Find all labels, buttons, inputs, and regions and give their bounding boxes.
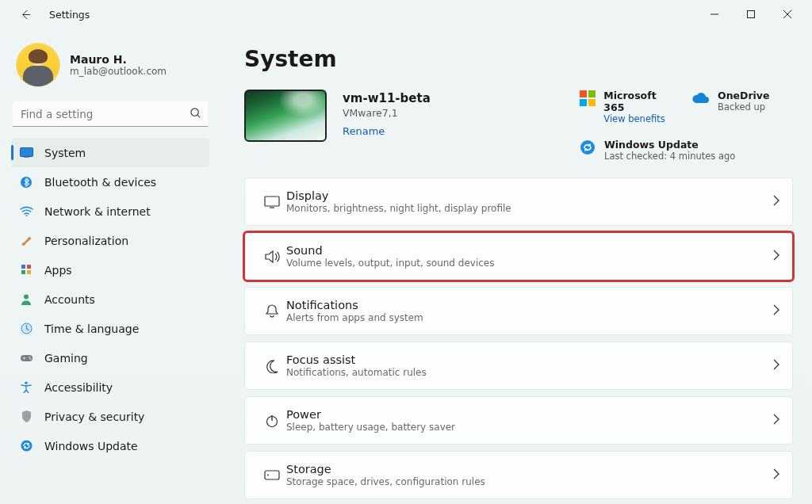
bluetooth-icon [19,175,33,189]
card-sub: Monitors, brightness, night light, displ… [286,203,772,214]
power-icon [258,414,286,428]
nav-label: Accounts [44,293,95,306]
storage-icon [258,470,286,480]
card-sub: Volume levels, output, input, sound devi… [286,258,772,269]
nav-label: Windows Update [44,440,138,452]
promo-block: Microsoft 365View benefits OneDriveBacke… [579,90,793,162]
nav-label: Network & internet [44,205,151,218]
nav-item-privacy[interactable]: Privacy & security [11,402,209,431]
svg-rect-9 [27,270,31,274]
brush-icon [19,234,33,248]
rename-link[interactable]: Rename [343,125,563,137]
card-sound[interactable]: SoundVolume levels, output, input, sound… [244,232,793,281]
card-storage[interactable]: StorageStorage space, drives, configurat… [244,451,793,499]
nav-item-time-language[interactable]: Time & language [11,314,209,343]
device-info-row: vm-w11-beta VMware7,1 Rename Microsoft 3… [244,90,793,162]
window-title: Settings [49,9,90,21]
nav-item-apps[interactable]: Apps [11,255,209,284]
search-input[interactable] [13,101,208,127]
search-icon [190,107,201,122]
card-focus-assist[interactable]: Focus assistNotifications, automatic rul… [244,342,793,390]
promo-m365[interactable]: Microsoft 365View benefits [579,90,678,124]
clock-globe-icon [19,322,33,336]
card-title: Notifications [286,299,772,311]
settings-cards: DisplayMonitors, brightness, night light… [244,178,793,499]
nav-item-windows-update[interactable]: Windows Update [11,431,209,460]
nav-item-bluetooth[interactable]: Bluetooth & devices [11,167,209,197]
minimize-button[interactable] [696,2,733,27]
update-icon [19,439,33,453]
card-title: Storage [286,463,772,475]
nav-item-accounts[interactable]: Accounts [11,284,209,314]
chevron-right-icon [772,249,779,264]
nav-item-accessibility[interactable]: Accessibility [11,372,209,402]
avatar [16,43,60,87]
promo-title: Microsoft 365 [603,90,678,113]
nav-label: Privacy & security [44,410,144,423]
sidebar: Mauro H. m_lab@outlook.com System Blueto… [0,29,220,504]
chevron-right-icon [772,358,779,373]
svg-rect-12 [21,355,33,361]
chevron-right-icon [772,194,779,209]
wifi-icon [19,204,33,219]
card-display[interactable]: DisplayMonitors, brightness, night light… [244,178,793,226]
card-notifications[interactable]: NotificationsAlerts from apps and system [244,287,793,335]
promo-sub: Last checked: 4 minutes ago [604,151,735,162]
profile-block[interactable]: Mauro H. m_lab@outlook.com [11,38,209,100]
svg-point-15 [25,381,28,384]
close-button[interactable] [769,2,806,27]
microsoft-logo-icon [579,90,596,107]
card-sub: Storage space, drives, configuration rul… [286,476,772,487]
nav-item-gaming[interactable]: Gaming [11,343,209,372]
card-power[interactable]: PowerSleep, battery usage, battery saver [244,396,793,445]
chevron-right-icon [772,413,779,428]
main-content: System vm-w11-beta VMware7,1 Rename Micr… [220,29,812,504]
user-email: m_lab@outlook.com [70,66,167,77]
back-button[interactable] [14,3,36,25]
svg-point-5 [25,215,27,216]
card-title: Focus assist [286,353,772,366]
device-model: VMware7,1 [343,107,563,119]
nav-label: Bluetooth & devices [44,176,156,189]
nav-label: Apps [44,264,72,277]
nav-label: Time & language [44,323,139,335]
person-icon [19,292,33,307]
svg-point-13 [29,357,30,358]
nav-item-network[interactable]: Network & internet [11,197,209,226]
update-circle-icon [579,139,596,156]
promo-sub: Backed up [718,101,769,113]
nav-item-system[interactable]: System [11,138,209,167]
search-wrapper [13,101,208,127]
nav-label: Accessibility [44,381,113,394]
gamepad-icon [19,351,33,365]
maximize-button[interactable] [733,2,769,27]
moon-icon [258,359,286,373]
svg-rect-0 [748,11,755,18]
svg-point-16 [21,441,32,452]
bell-icon [258,304,286,319]
system-icon [19,146,33,160]
nav-item-personalization[interactable]: Personalization [11,226,209,255]
promo-windows-update[interactable]: Windows UpdateLast checked: 4 minutes ag… [579,139,785,162]
svg-rect-6 [21,265,25,269]
sound-icon [258,250,286,264]
display-icon [258,196,286,208]
card-title: Sound [286,244,772,257]
device-thumbnail [244,90,327,142]
device-name: vm-w11-beta [343,91,563,105]
promo-title: OneDrive [718,90,769,101]
promo-onedrive[interactable]: OneDriveBacked up [692,90,791,124]
accessibility-icon [19,380,33,395]
user-name: Mauro H. [70,53,167,66]
svg-rect-8 [21,270,25,274]
nav-label: Personalization [44,235,128,247]
svg-point-14 [29,358,31,360]
promo-sub[interactable]: View benefits [603,113,678,124]
titlebar: Settings [0,0,812,29]
nav-list: System Bluetooth & devices Network & int… [11,138,209,460]
svg-rect-2 [20,148,33,157]
onedrive-icon [692,90,710,107]
nav-label: System [44,147,86,159]
svg-point-10 [24,295,29,300]
nav-label: Gaming [44,352,88,365]
